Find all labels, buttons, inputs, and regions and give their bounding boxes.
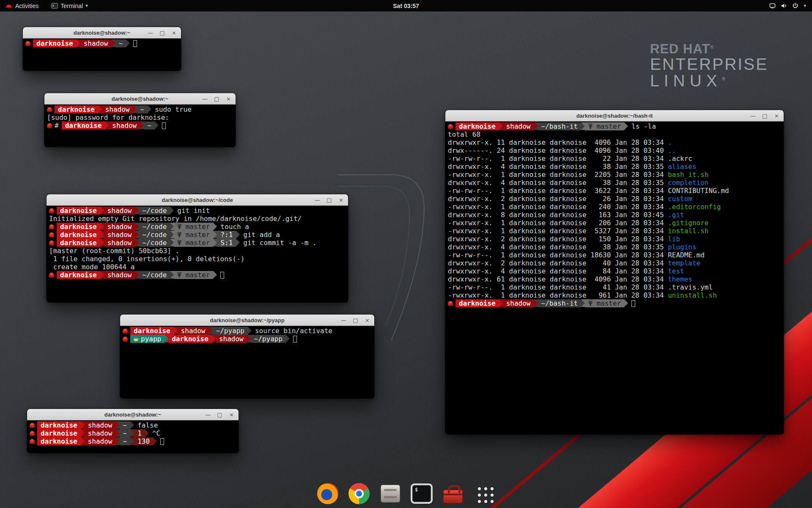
clock[interactable]: Sat 03:57 [393,3,419,9]
powerline-arrow-icon [153,437,157,445]
prompt-segment-user: darknoise [37,421,81,429]
ls-columns: drwxrwxr-x. 4 darknoise darknoise 84 Jan… [448,267,668,275]
ls-columns: -rwxrwxr-x. 1 darknoise darknoise 240 Ja… [448,203,668,211]
window-titlebar[interactable]: darknoise@shadow:~ — □ × [27,409,239,420]
chrome-icon [348,483,370,504]
minimize-button[interactable]: — [202,96,208,102]
terminal-body[interactable]: darknoiseshadow~/bash-itΨ masterls -lato… [445,121,784,434]
minimize-button[interactable]: — [750,113,756,119]
terminal-window-pyapp[interactable]: darknoise@shadow:~/pyapp — □ × darknoise… [120,315,374,398]
gnome-top-bar: Activities Terminal ▾ Sat 03:57 [0,0,812,11]
close-button[interactable]: × [774,113,780,119]
ls-filename: aliases [668,163,696,171]
terminal-body[interactable]: darknoiseshadow~ [23,39,181,71]
prompt-segment-path: ~/code [139,223,170,231]
ls-filename: bash_it.sh [668,171,708,179]
minimize-button[interactable]: — [147,30,154,36]
powerline-arrow-icon [126,39,130,47]
ls-columns: -rw-rw-r--. 1 darknoise darknoise 3622 J… [448,187,668,195]
minimize-button[interactable]: — [205,411,211,418]
prompt-segment-path: ~ [120,429,131,437]
ls-columns: drwxrwxr-x. 4 darknoise darknoise 38 Jan… [448,243,668,251]
ls-columns: -rw-rw-r--. 1 darknoise darknoise 22 Jan… [448,155,668,163]
close-button[interactable]: × [228,411,235,418]
powerline-arrow-icon [81,437,85,445]
dock-item-files[interactable] [378,481,403,506]
maximize-button[interactable]: □ [326,197,332,203]
dock-item-firefox[interactable] [315,481,340,506]
maximize-button[interactable]: □ [217,411,223,418]
terminal-window-bash-it[interactable]: darknoise@shadow:~/bash-it — □ × darknoi… [445,110,784,434]
prompt-command: touch a [220,223,249,231]
dock-item-show-applications[interactable] [472,481,497,506]
terminal-body[interactable]: darknoiseshadow~falsedarknoiseshadow~1^C… [27,420,239,453]
prompt-segment-host: shadow [216,335,247,343]
terminal-window-sudo[interactable]: darknoise@shadow:~ — □ × darknoiseshadow… [44,93,236,147]
terminal-body[interactable]: darknoiseshadow~/codegit initInitialized… [47,206,348,302]
close-button[interactable]: × [171,30,177,36]
window-titlebar[interactable]: darknoise@shadow:~ — □ × [23,27,181,39]
maximize-button[interactable]: □ [214,96,220,102]
ls-filename: template [668,259,700,267]
minimize-button[interactable]: — [340,317,347,323]
powerline-arrow-icon [170,223,174,230]
terminal-window-home-1[interactable]: darknoise@shadow:~ — □ × darknoiseshadow… [23,27,181,71]
terminal-cursor [293,336,297,342]
prompt-segment-host: shadow [85,429,116,437]
output-line: -rw-rw-r--. 1 darknoise darknoise 3622 J… [448,187,781,195]
prompt-segment-user: darknoise [455,122,499,130]
output-line: drwxrwxr-x. 2 darknoise darknoise 26 Jan… [448,195,781,203]
powerline-arrow-icon [130,437,134,445]
close-button[interactable]: × [225,96,232,102]
ls-filename: install.sh [668,227,708,235]
files-icon [381,485,400,502]
powerline-arrow-icon [81,421,85,429]
terminal-window-code[interactable]: darknoise@shadow:~/code — □ × darknoises… [47,194,348,302]
maximize-button[interactable]: □ [159,30,165,36]
powerline-arrow-icon [213,239,217,246]
prompt-segment-path: ~/bash-it [538,299,582,307]
prompt-segment-git: Ψ master [174,223,213,231]
chevron-down-icon: ▾ [85,3,88,8]
output-line: drwxrwxr-x. 8 darknoise darknoise 163 Ja… [448,211,781,219]
powerline-arrow-icon [77,39,80,47]
prompt-segment-user: darknoise [57,207,100,215]
ls-filename: .git [668,211,684,219]
activities-button[interactable]: Activities [0,0,44,11]
output-line: -rw-rw-r--. 1 darknoise darknoise 22 Jan… [448,155,781,163]
prompt-line: darknoiseshadow~ [25,39,178,47]
prompt-line: darknoiseshadow~/codeΨ master [49,271,346,279]
output-line: drwxrwxr-x. 4 darknoise darknoise 38 Jan… [448,243,781,251]
app-menu-terminal[interactable]: Terminal ▾ [46,0,93,11]
ls-columns: drwxrwxr-x. 2 darknoise darknoise 150 Ja… [448,235,668,243]
maximize-button[interactable]: □ [352,317,359,323]
close-button[interactable]: × [364,317,370,323]
window-titlebar[interactable]: darknoise@shadow:~ — □ × [44,93,236,105]
terminal-body[interactable]: darknoiseshadow~/pyappsource bin/activat… [120,326,374,398]
system-status-area[interactable]: ▾ [766,0,809,11]
prompt-segment-gitstat: ?:1 [217,231,236,239]
output-line: -rwxrwxr-x. 1 darknoise darknoise 206 Ja… [448,219,781,227]
minimize-button[interactable]: — [314,197,321,203]
toolbox-icon [443,490,463,503]
maximize-button[interactable]: □ [762,113,768,119]
ls-columns: drwx------. 24 darknoise darknoise 4096 … [448,146,668,155]
window-titlebar[interactable]: darknoise@shadow:~/pyapp — □ × [120,315,374,326]
window-titlebar[interactable]: darknoise@shadow:~/bash-it — □ × [445,110,784,121]
dock-item-chrome[interactable] [347,481,371,506]
dock-item-toolbox[interactable] [441,481,465,506]
powerline-arrow-icon [213,231,217,238]
terminal-cursor [220,272,224,279]
prompt-segment-host: shadow [109,121,140,130]
terminal-body[interactable]: darknoiseshadow~sudo true[sudo] password… [44,105,236,147]
powerline-arrow-icon [100,223,104,230]
close-button[interactable]: × [338,197,344,203]
output-line: Initialized empty Git repository in /hom… [49,215,346,223]
ls-columns: drwxrwxr-x. 2 darknoise darknoise 26 Jan… [448,195,668,203]
terminal-window-exit-codes[interactable]: darknoise@shadow:~ — □ × darknoiseshadow… [27,409,239,453]
prompt-segment-path: ~ [137,105,148,113]
powerline-arrow-icon [116,421,120,429]
window-titlebar[interactable]: darknoise@shadow:~/code — □ × [47,194,348,206]
dock-item-terminal[interactable]: $ [409,481,434,506]
prompt-segment-path: ~ [144,121,155,130]
